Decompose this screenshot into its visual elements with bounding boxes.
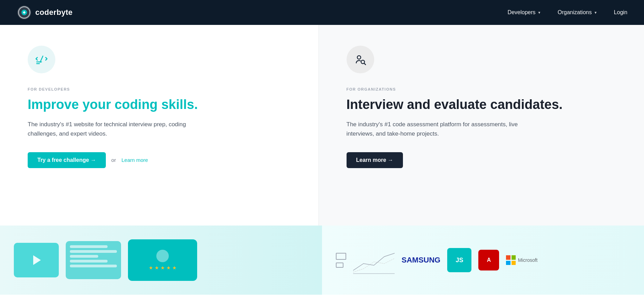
stars-row: ★ ★ ★ ★ ★ [149,265,177,270]
chevron-down-icon: ▼ [537,11,541,15]
illustration-strip: ★ ★ ★ ★ ★ SAMSUNG JS [0,226,644,295]
or-text: or [111,157,116,163]
organizations-icon-badge [347,46,374,73]
ms-square-green [512,255,516,260]
code-icon [35,53,48,66]
svg-point-4 [357,56,361,59]
navbar: coderbyte Developers ▼ Organizations ▼ L… [0,0,644,25]
microsoft-logo: Microsoft [506,255,537,265]
js-badge-label: JS [456,257,463,264]
developers-description: The industry's #1 website for technical … [28,120,208,138]
organizations-panel: FOR ORGANIZATIONS Interview and evaluate… [319,25,644,226]
angular-badge-label: A [487,257,491,263]
microsoft-text: Microsoft [518,257,537,263]
developers-panel: FOR DEVELOPERS Improve your coding skill… [0,25,319,226]
ms-grid-icon [506,255,516,265]
main-split: FOR DEVELOPERS Improve your coding skill… [0,25,644,226]
code-line-2 [70,250,117,253]
samsung-logo-text: SAMSUNG [402,256,440,265]
developers-cta-row: Try a free challenge → or Learn more [28,152,298,168]
angular-badge: A [478,250,499,270]
illus-right: SAMSUNG JS A Microsoft [322,226,644,295]
nav-login[interactable]: Login [614,9,627,16]
chart-illus [353,246,395,274]
ms-square-blue [506,261,510,265]
nav-developers-label: Developers [507,9,535,16]
js-badge: JS [447,248,471,272]
candidate-search-icon [353,53,367,66]
code-card-illus [66,241,121,279]
rect-illus [336,253,346,268]
developers-icon-badge [28,46,55,73]
developers-learn-more-link[interactable]: Learn more [121,157,148,163]
code-line-4 [70,260,108,263]
nav-links: Developers ▼ Organizations ▼ Login [507,9,627,16]
star-2: ★ [155,265,159,270]
organizations-cta-row: Learn more → [347,152,617,168]
developers-label: FOR DEVELOPERS [28,87,298,91]
rect-outline-1 [336,253,346,260]
organizations-description: The industry's #1 code assessment platfo… [347,120,526,138]
rect-outline-2 [336,263,343,268]
nav-developers[interactable]: Developers ▼ [507,9,541,16]
profile-card-illus: ★ ★ ★ ★ ★ [128,239,197,281]
illus-left: ★ ★ ★ ★ ★ [0,226,322,295]
logo-text: coderbyte [35,8,73,17]
ms-square-red [506,255,510,260]
code-line-1 [70,245,108,248]
chart-svg [353,246,395,274]
video-card-illus [14,243,59,277]
organizations-label: FOR ORGANIZATIONS [347,87,617,91]
coderbyte-logo-icon [17,5,32,20]
try-free-challenge-button[interactable]: Try a free challenge → [28,152,106,168]
developers-heading: Improve your coding skills. [28,97,298,113]
star-1: ★ [149,265,153,270]
organizations-learn-more-button[interactable]: Learn more → [347,152,403,168]
nav-organizations[interactable]: Organizations ▼ [558,9,597,16]
star-4: ★ [166,265,171,270]
star-5: ★ [172,265,177,270]
code-line-5 [70,265,117,267]
svg-line-6 [364,63,366,65]
play-icon [33,255,41,265]
star-3: ★ [160,265,165,270]
logo-area: coderbyte [17,5,507,20]
chevron-down-icon: ▼ [594,11,597,15]
ms-square-yellow [512,261,516,265]
code-line-3 [70,255,98,258]
organizations-heading: Interview and evaluate candidates. [347,97,617,113]
profile-avatar-illus [156,250,169,262]
nav-organizations-label: Organizations [558,9,592,16]
